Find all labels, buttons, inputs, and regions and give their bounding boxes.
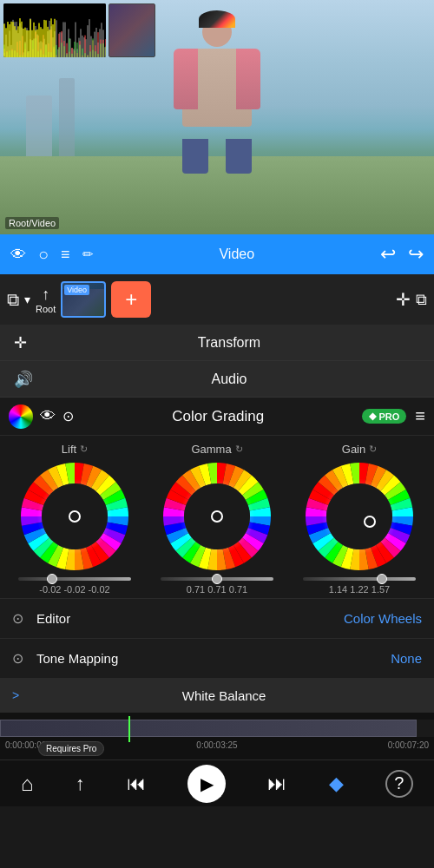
timeline-time-end: 0:00:07:20 <box>388 740 429 750</box>
cg-title: Color Grading <box>82 408 353 425</box>
requires-pro-badge: Requires Pro <box>38 741 104 756</box>
cg-menu-icon[interactable]: ≡ <box>415 406 425 426</box>
timeline-time-mid: 0:00:03:25 <box>196 740 237 750</box>
gamma-wheel-item: Gamma ↻ 0.71 0.71 0.71 <box>152 443 282 595</box>
histogram-thumb <box>108 3 155 57</box>
tone-mapping-icon: ⊙ <box>12 650 36 667</box>
gain-label: Gain ↻ <box>342 443 377 456</box>
home-button[interactable]: ⌂ <box>21 772 34 796</box>
wb-arrow-icon: > <box>12 688 19 702</box>
top-toolbar: 👁 ○ ≡ ✏ Video ↩ ↪ <box>0 234 434 274</box>
undo-icon[interactable]: ↩ <box>380 243 396 266</box>
eye-icon[interactable]: 👁 <box>10 246 26 264</box>
pencil-icon[interactable]: ✏ <box>82 247 94 262</box>
lift-label: Lift ↻ <box>62 443 88 456</box>
video-preview-label: Root/Video <box>5 217 59 229</box>
video-preview: Root/Video <box>0 0 434 234</box>
audio-icon: 🔊 <box>14 370 38 389</box>
tone-mapping-label: Tone Mapping <box>36 651 391 666</box>
cg-eye-icon[interactable]: 👁 <box>40 407 56 425</box>
toolbar-title: Video <box>219 247 254 262</box>
next-button[interactable]: ⏭ <box>267 773 286 795</box>
share-button[interactable]: ↑ <box>76 773 85 795</box>
prev-button[interactable]: ⏮ <box>127 773 146 795</box>
layers-icon[interactable]: ⧉ <box>7 290 19 310</box>
diamond-button[interactable]: ◆ <box>329 773 344 795</box>
pro-diamond-icon: ◆ <box>369 411 376 422</box>
gamma-slider[interactable] <box>161 577 273 581</box>
video-thumbnail[interactable]: Video <box>61 281 106 318</box>
histogram-overlay <box>3 3 155 57</box>
transform-row[interactable]: ✛ Transform <box>0 325 434 361</box>
copy-icon[interactable]: ⧉ <box>416 291 427 309</box>
audio-label: Audio <box>38 372 420 387</box>
histogram-box <box>3 3 106 57</box>
gain-wheel-item: Gain ↻ 1.14 1.22 1.57 <box>294 443 424 595</box>
editor-value: Color Wheels <box>344 611 422 626</box>
gain-slider[interactable] <box>303 577 416 581</box>
play-button[interactable]: ▶ <box>187 765 226 803</box>
pro-label: PRO <box>378 411 399 422</box>
white-balance-row[interactable]: > White Balance <box>0 678 434 713</box>
transform-icon: ✛ <box>14 333 38 352</box>
svg-point-4 <box>184 483 250 549</box>
lift-wheel-item: Lift ↻ <box>10 443 140 595</box>
gain-wheel[interactable] <box>304 461 415 572</box>
lift-wheel[interactable] <box>19 461 130 572</box>
tone-mapping-value: None <box>391 651 422 666</box>
move-icon[interactable]: ✛ <box>396 289 411 310</box>
second-toolbar: ⧉ ▾ ↑ Root Video + ✛ ⧉ <box>0 274 434 325</box>
gamma-wheel[interactable] <box>161 461 273 572</box>
svg-point-7 <box>326 483 392 549</box>
cg-settings-icon[interactable]: ⊙ <box>62 408 74 424</box>
white-balance-label: White Balance <box>26 688 422 703</box>
lift-refresh-icon[interactable]: ↻ <box>80 444 88 455</box>
gamma-label: Gamma ↻ <box>191 443 242 456</box>
help-button[interactable]: ? <box>385 770 413 798</box>
video-thumb-label: Video <box>64 285 89 295</box>
color-grading-header: 👁 ⊙ Color Grading ◆ PRO ≡ <box>0 398 434 436</box>
timeline[interactable]: 0:00:00:00 0:00:03:25 0:00:07:20 Require… <box>0 713 434 760</box>
wheels-row: Lift ↻ <box>3 443 431 595</box>
editor-icon: ⊙ <box>12 610 36 627</box>
editor-row[interactable]: ⊙ Editor Color Wheels <box>0 598 434 638</box>
transform-label: Transform <box>38 335 420 351</box>
color-wheel-icon[interactable] <box>9 404 33 429</box>
lift-values: -0.02 -0.02 -0.02 <box>39 584 109 595</box>
circle-icon[interactable]: ○ <box>38 245 49 265</box>
gamma-refresh-icon[interactable]: ↻ <box>235 444 243 455</box>
menu-icon[interactable]: ≡ <box>61 246 70 264</box>
gain-refresh-icon[interactable]: ↻ <box>369 444 377 455</box>
root-tab[interactable]: ↑ Root <box>36 286 56 314</box>
editor-label: Editor <box>36 611 344 626</box>
add-button[interactable]: + <box>111 281 151 318</box>
lift-slider[interactable] <box>18 577 131 581</box>
timeline-playhead <box>128 716 130 742</box>
redo-icon[interactable]: ↪ <box>408 243 424 266</box>
editor-section: ⊙ Editor Color Wheels ⊙ Tone Mapping Non… <box>0 598 434 678</box>
bottom-nav: ⌂ ↑ ⏮ ▶ ⏭ ◆ ? <box>0 760 434 806</box>
gain-values: 1.14 1.22 1.57 <box>329 584 390 595</box>
pro-badge: ◆ PRO <box>362 409 406 424</box>
chevron-down-icon[interactable]: ▾ <box>24 293 30 306</box>
wheels-container: Lift ↻ <box>0 436 434 598</box>
gamma-values: 0.71 0.71 0.71 <box>187 584 247 595</box>
tone-mapping-row[interactable]: ⊙ Tone Mapping None <box>0 638 434 678</box>
timeline-clip[interactable] <box>0 720 417 737</box>
audio-row[interactable]: 🔊 Audio <box>0 361 434 398</box>
